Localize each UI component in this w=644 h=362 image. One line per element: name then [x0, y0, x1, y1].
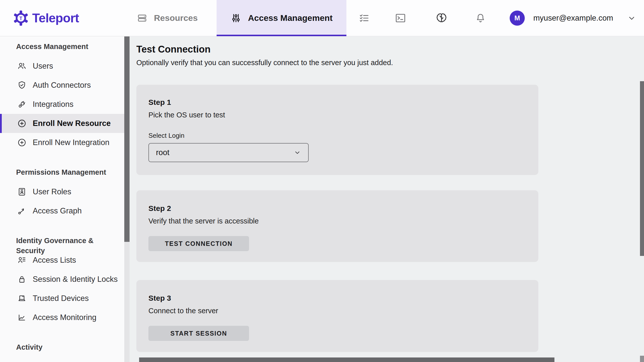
step-3-title: Step 3 — [148, 293, 526, 303]
tab-access-management-label: Access Management — [248, 13, 333, 23]
step-2-description: Verify that the server is accessible — [148, 216, 526, 226]
tab-resources-label: Resources — [154, 13, 198, 23]
notifications-button[interactable] — [473, 0, 488, 36]
lock-icon — [17, 275, 27, 284]
person-list-icon — [17, 255, 27, 265]
step-3-card: Step 3 Connect to the server START SESSI… — [136, 280, 538, 352]
sidebar-item-label: Access Lists — [33, 256, 76, 265]
shield-check-icon — [17, 80, 27, 90]
sidebar-item-integrations[interactable]: Integrations — [0, 95, 124, 114]
page-subtitle: Optionally verify that you can successfu… — [136, 58, 644, 67]
chevron-down-icon — [294, 149, 301, 156]
page-scrollbar-thumb[interactable] — [640, 81, 644, 256]
users-icon — [17, 61, 27, 71]
teleport-logo[interactable]: T Teleport — [13, 0, 79, 36]
sidebar-item-label: Users — [33, 62, 53, 71]
assist-button[interactable] — [434, 0, 449, 36]
sidebar-item-label: Integrations — [33, 100, 73, 109]
sidebar-item-users[interactable]: Users — [0, 57, 124, 76]
checklist-button[interactable] — [357, 0, 371, 36]
sidebar-section-activity: Activity — [16, 342, 124, 352]
sidebar-item-access-lists[interactable]: Access Lists — [0, 251, 124, 270]
teleport-gear-icon: T — [13, 10, 29, 26]
select-login-label: Select Login — [148, 131, 526, 140]
plus-circle-icon — [17, 119, 27, 128]
sidebar-section-permissions-management: Permissions Management — [16, 167, 124, 177]
sidebar-item-auth-connectors[interactable]: Auth Connectors — [0, 76, 124, 95]
select-login-value: root — [156, 148, 169, 157]
teleport-app: T Teleport Resources Access Managem — [0, 0, 644, 362]
sidebar-item-label: Access Graph — [33, 206, 82, 215]
sidebar-scrollbar-thumb[interactable] — [124, 36, 130, 242]
top-navigation: T Teleport Resources Access Managem — [0, 0, 644, 36]
plus-circle-icon — [17, 138, 27, 147]
sidebar-item-label: Auth Connectors — [33, 81, 91, 90]
page-scrollbar-corner — [640, 356, 644, 362]
sidebar-item-session-identity-locks[interactable]: Session & Identity Locks — [0, 270, 124, 289]
sidebar-item-access-monitoring[interactable]: Access Monitoring — [0, 308, 124, 327]
terminal-button[interactable] — [393, 0, 408, 36]
sidebar-item-label: Enroll New Integration — [33, 138, 109, 147]
step-3-description: Connect to the server — [148, 306, 526, 316]
sidebar-item-label: Access Monitoring — [33, 313, 96, 322]
checklist-icon — [358, 12, 370, 24]
user-avatar[interactable]: M — [510, 11, 525, 26]
sidebar-item-user-roles[interactable]: User Roles — [0, 182, 124, 201]
graph-arrow-icon — [17, 206, 27, 216]
tab-access-management[interactable]: Access Management — [217, 0, 346, 36]
step-2-card: Step 2 Verify that the server is accessi… — [136, 190, 538, 262]
step-1-title: Step 1 — [148, 97, 526, 107]
sidebar-section-access-management: Access Management — [16, 41, 124, 52]
tab-resources[interactable]: Resources — [118, 0, 216, 36]
step-1-card: Step 1 Pick the OS user to test Select L… — [136, 85, 538, 175]
avatar-initial: M — [514, 14, 520, 22]
plug-icon — [17, 100, 27, 109]
chart-line-icon — [17, 313, 27, 322]
laptop-icon — [17, 294, 27, 303]
terminal-icon — [394, 12, 407, 24]
step-1-description: Pick the OS user to test — [148, 110, 526, 120]
sidebar-item-trusted-devices[interactable]: Trusted Devices — [0, 289, 124, 308]
id-card-icon — [17, 187, 27, 197]
start-session-button[interactable]: START SESSION — [148, 326, 249, 341]
sidebar-item-access-graph[interactable]: Access Graph — [0, 201, 124, 220]
sidebar-item-label: Enroll New Resource — [33, 119, 111, 128]
bell-icon — [475, 12, 486, 24]
test-connection-button[interactable]: TEST CONNECTION — [148, 236, 249, 251]
main-content: Test Connection Optionally verify that y… — [130, 36, 644, 362]
brain-icon — [435, 12, 448, 25]
logo-initial: T — [19, 16, 22, 21]
step-2-title: Step 2 — [148, 203, 526, 213]
sidebar: Access Management Users Auth Connectors — [0, 36, 130, 362]
select-login-dropdown[interactable]: root — [148, 143, 309, 162]
sidebar-item-label: Trusted Devices — [33, 294, 89, 303]
terminal-region-top — [139, 357, 554, 362]
sidebar-item-label: Session & Identity Locks — [33, 275, 118, 284]
server-stack-icon — [137, 13, 147, 23]
page-title: Test Connection — [136, 43, 644, 55]
user-menu-toggle[interactable] — [625, 0, 638, 36]
sliders-icon — [230, 13, 242, 24]
sidebar-section-identity-governance: Identity Governance & Security — [16, 236, 124, 246]
sidebar-item-enroll-new-resource[interactable]: Enroll New Resource — [0, 114, 124, 133]
user-email[interactable]: myuser@example.com — [533, 0, 613, 36]
sidebar-scrollbar[interactable] — [124, 36, 130, 362]
sidebar-item-enroll-new-integration[interactable]: Enroll New Integration — [0, 133, 124, 152]
logo-wordmark: Teleport — [32, 11, 79, 25]
sidebar-item-label: User Roles — [33, 187, 71, 196]
chevron-down-icon — [627, 14, 636, 22]
page-scrollbar[interactable] — [640, 36, 644, 362]
